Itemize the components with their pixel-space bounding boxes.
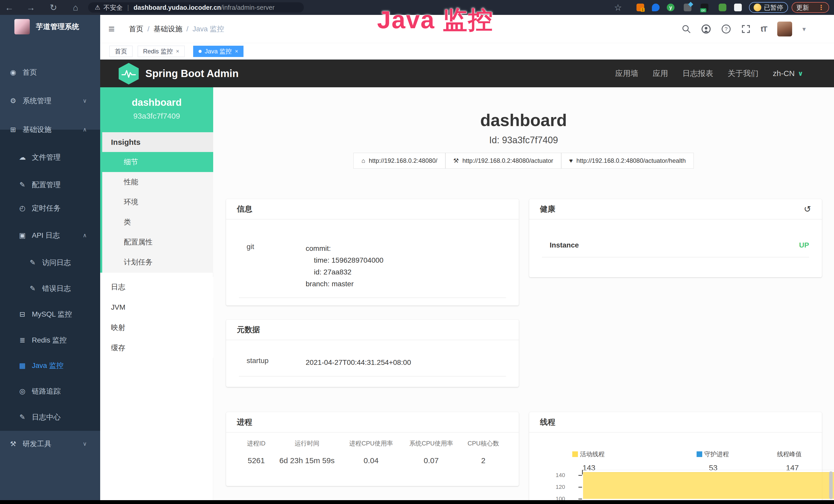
health-instance-row[interactable]: Instance UP xyxy=(542,234,809,257)
extension-icon-grid[interactable] xyxy=(684,4,692,11)
help-icon[interactable]: ? xyxy=(721,24,731,34)
tab-redis-monitor[interactable]: Redis 监控 × xyxy=(138,46,185,57)
sidebar-toggle-hamburger-icon[interactable]: ≡ xyxy=(108,15,115,43)
actuator-url-button[interactable]: ⚒ http://192.168.0.2:48080/actuator xyxy=(445,153,561,169)
metadata-startup-label: startup xyxy=(247,357,306,368)
sba-nav-journal[interactable]: 日志报表 xyxy=(682,68,713,79)
breadcrumb-home[interactable]: 首页 xyxy=(129,24,143,34)
sidebar-item-java-monitor[interactable]: ▦ Java 监控 xyxy=(0,353,100,379)
sba-instance-header[interactable]: dashboard 93a3fc7f7409 xyxy=(100,87,213,132)
forward-icon[interactable]: → xyxy=(24,0,38,15)
service-url-button[interactable]: ⌂ http://192.168.0.2:48080/ xyxy=(353,153,445,169)
sidebar-item-dev-tools[interactable]: ⚒ 研发工具 ∨ xyxy=(0,431,100,457)
extension-icon-list[interactable]: on xyxy=(701,4,708,11)
tab-home[interactable]: 首页 xyxy=(109,46,133,57)
health-url-button[interactable]: ♥ http://192.168.0.2:48080/actuator/heal… xyxy=(561,153,694,169)
health-card-body: Instance UP xyxy=(529,220,822,266)
sba-brand-title[interactable]: Spring Boot Admin xyxy=(146,68,239,79)
sidebar-item-tracing[interactable]: ◎ 链路追踪 xyxy=(0,379,100,404)
reload-icon[interactable]: ↻ xyxy=(46,0,61,15)
sba-menu-jvm[interactable]: JVM xyxy=(100,297,213,317)
metadata-card-title: 元数据 xyxy=(237,324,260,335)
ytick-140: 140 xyxy=(550,472,565,479)
extension-icon-pin[interactable] xyxy=(652,4,660,11)
font-size-icon[interactable]: tT xyxy=(761,25,767,33)
address-divider: | xyxy=(127,4,129,11)
sba-menu-classes[interactable]: 类 xyxy=(102,212,213,232)
profile-chip[interactable]: 已暂停 xyxy=(749,2,788,13)
extension-icon-green-y[interactable]: y xyxy=(667,4,675,11)
sidebar-logo[interactable]: 芋道管理系统 xyxy=(0,15,100,39)
breadcrumb-infrastructure[interactable]: 基础设施 xyxy=(154,24,182,34)
profile-paused-label: 已暂停 xyxy=(764,3,783,12)
screen-bottom-strip xyxy=(0,500,834,504)
extension-y-letter: y xyxy=(669,5,672,10)
sba-menu-group-insights: Insights xyxy=(102,132,213,152)
extension-icon-leaf[interactable] xyxy=(719,4,726,11)
dashboard-icon: ◉ xyxy=(9,68,18,76)
sba-nav-about[interactable]: 关于我们 xyxy=(728,68,759,79)
sba-menu-environment[interactable]: 环境 xyxy=(102,192,213,212)
tab-java-monitor[interactable]: Java 监控 × xyxy=(193,46,243,57)
address-bar[interactable]: ⚠ 不安全 | dashboard.yudao.iocoder.cn /infr… xyxy=(88,2,304,13)
back-icon[interactable]: ← xyxy=(2,0,17,15)
sidebar-item-home[interactable]: ◉ 首页 xyxy=(0,60,100,85)
sba-navbar: Spring Boot Admin 应用墙 应用 日志报表 关于我们 zh-CN… xyxy=(100,60,834,87)
info-card-title: 信息 xyxy=(237,204,252,214)
sba-menu-details[interactable]: 细节 xyxy=(102,152,213,172)
sidebar-item-mysql-monitor[interactable]: ⊟ MySQL 监控 xyxy=(0,301,100,327)
breadcrumb-separator: / xyxy=(186,25,189,33)
search-icon[interactable] xyxy=(682,24,691,33)
process-card-header: 进程 xyxy=(226,412,519,433)
sidebar-item-error-logs[interactable]: ✎ 错误日志 xyxy=(0,276,100,301)
sidebar-item-scheduled-jobs[interactable]: ◴ 定时任务 xyxy=(0,196,100,221)
sba-menu-scheduled-tasks[interactable]: 计划任务 xyxy=(102,252,213,272)
sba-menu-mappings[interactable]: 映射 xyxy=(100,317,213,338)
sidebar-item-infrastructure[interactable]: ⊞ 基础设施 ∧ xyxy=(0,117,100,142)
sidebar-item-log-center[interactable]: ✎ 日志中心 xyxy=(0,404,100,430)
spring-boot-admin-logo[interactable] xyxy=(119,63,139,85)
sba-menu-metrics[interactable]: 性能 xyxy=(102,172,213,192)
page-scrollbar-thumb[interactable] xyxy=(829,472,833,499)
not-secure-warning-icon[interactable]: ⚠ xyxy=(95,4,101,11)
sba-nav-wallboard[interactable]: 应用墙 xyxy=(615,68,638,79)
process-col-uptime: 运行时间 6d 23h 15m 59s xyxy=(273,439,340,465)
tickmark xyxy=(578,475,582,476)
sidebar-item-config-management[interactable]: ✎ 配置管理 xyxy=(0,172,100,198)
extension-badge-count: 1 xyxy=(641,8,645,12)
history-icon[interactable]: ↺ xyxy=(804,204,811,214)
threads-area-chart: 140 120 100 xyxy=(547,470,822,501)
sba-menu-logs[interactable]: 日志 xyxy=(100,277,213,297)
metadata-startup-value: 2021-04-27T00:44:31.254+08:00 xyxy=(306,357,506,368)
layers-icon: ≣ xyxy=(18,336,27,344)
legend-live-threads[interactable]: 活动线程 xyxy=(572,450,605,458)
sba-language-selector[interactable]: zh-CN ∨ xyxy=(773,69,803,78)
sidebar-item-api-logs[interactable]: ▣ API 日志 ∧ xyxy=(0,223,100,248)
timer-icon: ◴ xyxy=(18,204,27,212)
sba-menu-config-props[interactable]: 配置属性 xyxy=(102,232,213,252)
avatar-caret-down-icon[interactable]: ▾ xyxy=(803,25,806,33)
bookmark-star-icon[interactable]: ☆ xyxy=(611,0,625,15)
sba-nav-applications[interactable]: 应用 xyxy=(653,68,668,79)
sidebar-item-access-logs[interactable]: ✎ 访问日志 xyxy=(0,250,100,275)
sidebar-item-redis-monitor[interactable]: ≣ Redis 监控 xyxy=(0,327,100,353)
metadata-startup-row: startup 2021-04-27T00:44:31.254+08:00 xyxy=(239,350,506,376)
edit-icon: ✎ xyxy=(18,181,27,189)
info-card: 信息 git commit: time: 1596289704000 id: 2… xyxy=(226,199,519,305)
metadata-card-body: startup 2021-04-27T00:44:31.254+08:00 xyxy=(226,340,519,385)
sidebar-item-file-management[interactable]: ☁ 文件管理 xyxy=(0,144,100,170)
close-icon[interactable]: × xyxy=(235,48,238,55)
home-icon[interactable]: ⌂ xyxy=(68,0,83,15)
fullscreen-icon[interactable] xyxy=(741,24,750,33)
extension-icon-orange[interactable]: 1 xyxy=(636,4,644,11)
chrome-update-button[interactable]: 更新 ⋮ xyxy=(792,2,829,13)
extensions-puzzle-icon[interactable] xyxy=(734,4,742,11)
user-avatar[interactable] xyxy=(777,22,792,37)
browser-menu-kebab-icon[interactable]: ⋮ xyxy=(818,4,825,12)
health-card: 健康 ↺ Instance UP xyxy=(529,199,822,277)
sba-menu-caches[interactable]: 缓存 xyxy=(100,338,213,358)
github-icon[interactable] xyxy=(701,24,711,34)
legend-daemon-threads[interactable]: 守护进程 xyxy=(697,450,729,458)
sidebar-item-system-management[interactable]: ⚙ 系统管理 ∨ xyxy=(0,88,100,114)
close-icon[interactable]: × xyxy=(176,48,179,55)
